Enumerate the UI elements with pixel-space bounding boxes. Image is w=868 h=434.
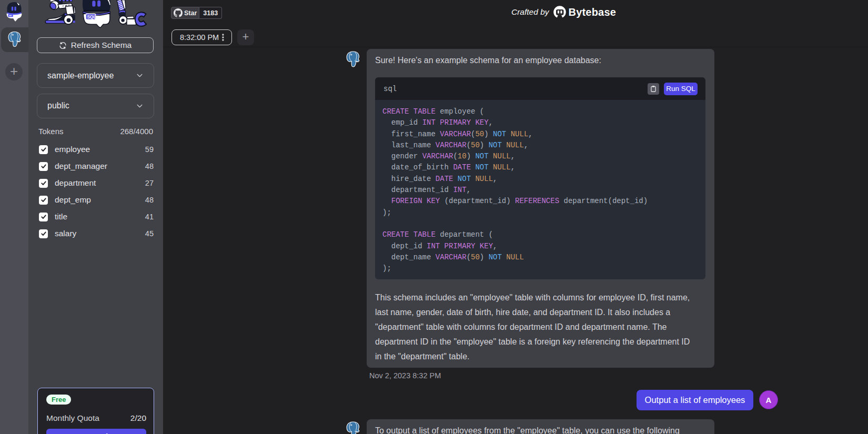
svg-text:SQL: SQL [87,15,96,19]
